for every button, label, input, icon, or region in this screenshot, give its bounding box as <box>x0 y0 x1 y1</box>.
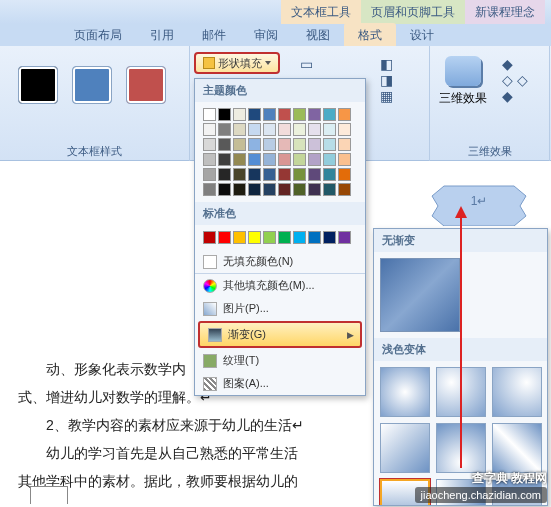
texture-fill-item[interactable]: 纹理(T) <box>195 349 365 372</box>
swatch-blue[interactable] <box>72 66 112 104</box>
tab-format[interactable]: 格式 <box>344 23 396 48</box>
color-chip[interactable] <box>338 123 351 136</box>
pattern-fill-item[interactable]: 图案(A)... <box>195 372 365 395</box>
color-chip[interactable] <box>218 123 231 136</box>
color-chip[interactable] <box>293 153 306 166</box>
gradient-preview[interactable] <box>380 258 460 332</box>
color-chip[interactable] <box>203 123 216 136</box>
color-chip[interactable] <box>233 138 246 151</box>
color-chip[interactable] <box>263 183 276 196</box>
tab-review[interactable]: 审阅 <box>240 23 292 48</box>
color-chip[interactable] <box>278 123 291 136</box>
shadow-icon[interactable]: ◧◨▦ <box>380 56 393 104</box>
color-chip[interactable] <box>293 168 306 181</box>
color-chip[interactable] <box>203 231 216 244</box>
color-chip[interactable] <box>323 183 336 196</box>
no-fill-item[interactable]: 无填充颜色(N) <box>195 250 365 273</box>
color-chip[interactable] <box>233 123 246 136</box>
color-chip[interactable] <box>248 231 261 244</box>
color-chip[interactable] <box>293 138 306 151</box>
color-chip[interactable] <box>263 153 276 166</box>
color-chip[interactable] <box>278 138 291 151</box>
color-chip[interactable] <box>233 183 246 196</box>
color-chip[interactable] <box>308 231 321 244</box>
color-chip[interactable] <box>338 108 351 121</box>
color-chip[interactable] <box>248 168 261 181</box>
tab-mail[interactable]: 邮件 <box>188 23 240 48</box>
more-colors-item[interactable]: 其他填充颜色(M)... <box>195 274 365 297</box>
color-chip[interactable] <box>278 168 291 181</box>
color-chip[interactable] <box>308 138 321 151</box>
picture-fill-item[interactable]: 图片(P)... <box>195 297 365 320</box>
context-tab-course[interactable]: 新课程理念 <box>465 0 545 24</box>
color-chip[interactable] <box>293 123 306 136</box>
color-chip[interactable] <box>308 183 321 196</box>
color-chip[interactable] <box>338 231 351 244</box>
color-chip[interactable] <box>203 108 216 121</box>
color-chip[interactable] <box>218 231 231 244</box>
color-chip[interactable] <box>248 108 261 121</box>
color-chip[interactable] <box>263 168 276 181</box>
color-chip[interactable] <box>233 108 246 121</box>
color-chip[interactable] <box>338 138 351 151</box>
color-chip[interactable] <box>248 138 261 151</box>
color-chip[interactable] <box>323 168 336 181</box>
color-chip[interactable] <box>293 183 306 196</box>
color-chip[interactable] <box>263 138 276 151</box>
grad-thumb[interactable] <box>492 423 542 473</box>
grad-thumb[interactable] <box>380 423 430 473</box>
color-chip[interactable] <box>323 153 336 166</box>
color-chip[interactable] <box>308 168 321 181</box>
color-chip[interactable] <box>323 108 336 121</box>
color-chip[interactable] <box>203 138 216 151</box>
color-chip[interactable] <box>263 123 276 136</box>
shape-fill-button[interactable]: 形状填充 <box>194 52 280 74</box>
grad-thumb[interactable] <box>380 367 430 417</box>
gradient-fill-item[interactable]: 渐变(G) <box>198 321 362 348</box>
color-chip[interactable] <box>293 108 306 121</box>
grad-thumb[interactable] <box>492 367 542 417</box>
color-chip[interactable] <box>218 168 231 181</box>
tab-design[interactable]: 设计 <box>396 23 448 48</box>
color-chip[interactable] <box>338 168 351 181</box>
color-chip[interactable] <box>278 108 291 121</box>
banner-shape[interactable]: 1↵ <box>424 182 534 226</box>
color-chip[interactable] <box>278 183 291 196</box>
tab-references[interactable]: 引用 <box>136 23 188 48</box>
color-chip[interactable] <box>323 123 336 136</box>
quick-shape-icon[interactable]: ▭ <box>300 56 313 72</box>
tilt-icons[interactable]: ◆◇ ◇◆ <box>502 56 528 104</box>
color-chip[interactable] <box>293 231 306 244</box>
swatch-red[interactable] <box>126 66 166 104</box>
color-chip[interactable] <box>203 153 216 166</box>
color-chip[interactable] <box>278 231 291 244</box>
color-chip[interactable] <box>248 153 261 166</box>
tab-layout[interactable]: 页面布局 <box>60 23 136 48</box>
color-chip[interactable] <box>233 231 246 244</box>
color-chip[interactable] <box>218 138 231 151</box>
color-chip[interactable] <box>203 183 216 196</box>
tab-view[interactable]: 视图 <box>292 23 344 48</box>
color-chip[interactable] <box>308 123 321 136</box>
color-chip[interactable] <box>203 168 216 181</box>
color-chip[interactable] <box>323 138 336 151</box>
color-chip[interactable] <box>218 108 231 121</box>
color-chip[interactable] <box>308 153 321 166</box>
color-chip[interactable] <box>278 153 291 166</box>
color-chip[interactable] <box>218 153 231 166</box>
color-chip[interactable] <box>218 183 231 196</box>
color-chip[interactable] <box>263 231 276 244</box>
color-chip[interactable] <box>338 183 351 196</box>
context-tab-textbox[interactable]: 文本框工具 <box>281 0 361 24</box>
color-chip[interactable] <box>323 231 336 244</box>
color-chip[interactable] <box>248 123 261 136</box>
effect-3d-button[interactable]: 三维效果 <box>435 56 491 107</box>
color-chip[interactable] <box>248 183 261 196</box>
context-tab-header[interactable]: 页眉和页脚工具 <box>361 0 465 24</box>
color-chip[interactable] <box>338 153 351 166</box>
color-chip[interactable] <box>233 153 246 166</box>
color-chip[interactable] <box>233 168 246 181</box>
color-chip[interactable] <box>263 108 276 121</box>
swatch-black[interactable] <box>18 66 58 104</box>
color-chip[interactable] <box>308 108 321 121</box>
